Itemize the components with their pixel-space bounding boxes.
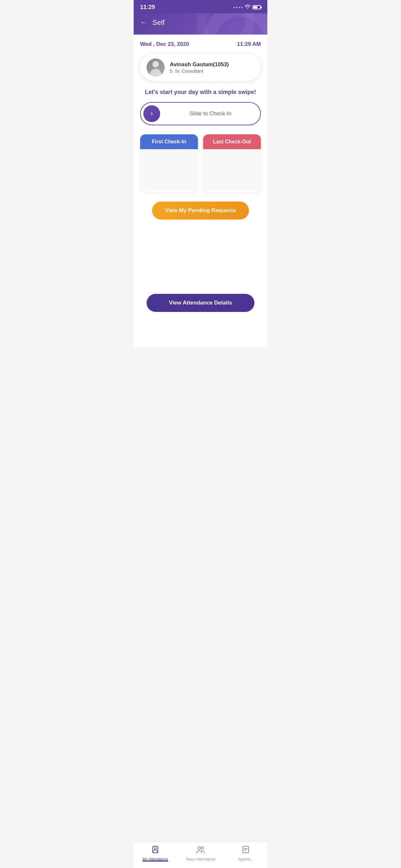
status-icons [234, 4, 261, 10]
back-button[interactable]: ← [140, 19, 147, 27]
user-role: 5. Sr. Consultant [170, 68, 254, 73]
time-display: 11:29 AM [237, 41, 261, 48]
view-attendance-details-button[interactable]: View Attendance Details [147, 294, 254, 312]
main-content: Wed , Dec 23, 2020 11:29 AM Avinash Gaut… [134, 35, 267, 347]
user-name: Avinash Gautam(1053) [170, 61, 254, 68]
header: ← Self [134, 13, 267, 35]
signal-icon [234, 7, 243, 8]
checkin-card-body [140, 149, 198, 191]
cards-row: First Check-In Last Check-Out [140, 134, 261, 192]
first-checkin-card: First Check-In [140, 134, 198, 192]
checkin-card-header: First Check-In [140, 134, 198, 149]
slide-text: Slide to Check-In [163, 111, 258, 117]
user-info: Avinash Gautam(1053) 5. Sr. Consultant [170, 61, 254, 73]
checkout-card-header: Last Check-Out [203, 134, 261, 149]
header-title: Self [152, 19, 165, 27]
slide-button[interactable]: › [143, 105, 160, 122]
last-checkout-card: Last Check-Out [203, 134, 261, 192]
avatar [147, 58, 165, 76]
date-display: Wed , Dec 23, 2020 [140, 41, 189, 48]
wifi-icon [245, 4, 251, 10]
swipe-prompt: Let's start your day with a simple swipe… [140, 89, 261, 96]
battery-icon [252, 5, 261, 9]
checkout-card-body [203, 149, 261, 191]
slide-arrow-icon: › [150, 110, 153, 118]
status-time: 11:29 [140, 4, 155, 11]
view-pending-requests-button[interactable]: View My Pending Requests [152, 202, 249, 220]
status-bar: 11:29 [134, 0, 267, 13]
slide-checkin-container[interactable]: › Slide to Check-In [140, 102, 261, 125]
user-card: Avinash Gautam(1053) 5. Sr. Consultant [140, 54, 261, 81]
datetime-row: Wed , Dec 23, 2020 11:29 AM [140, 41, 261, 48]
